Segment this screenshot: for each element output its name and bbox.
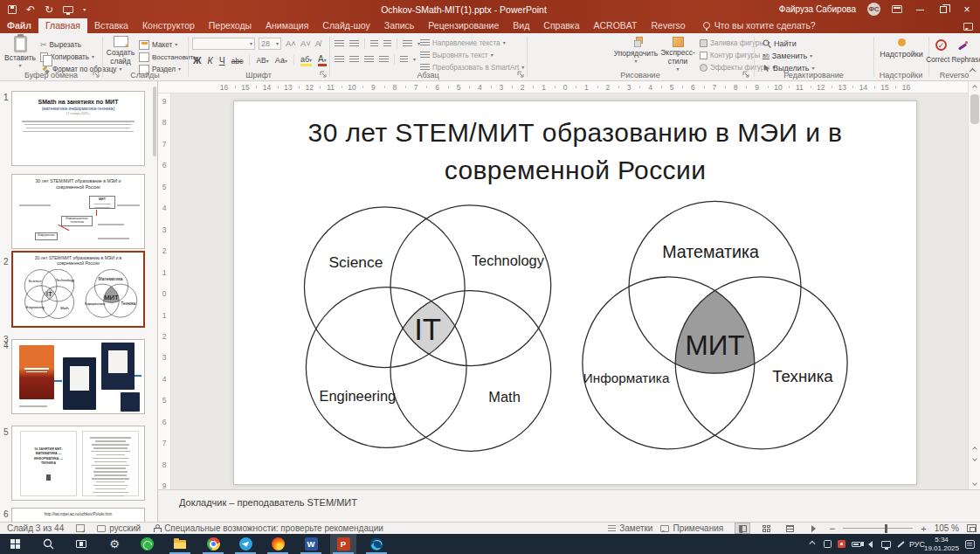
thumbnail-slide-5[interactable]: 16 ЗАНЯТИЙ МИТ: МАТЕМАТИКА — ИНФОРМАТИКА… (11, 426, 145, 501)
tray-recording-icon[interactable] (835, 534, 847, 554)
fit-slide-to-window-icon[interactable] (967, 524, 977, 532)
volume-icon[interactable] (863, 534, 877, 554)
file-explorer-button[interactable] (167, 534, 193, 554)
reading-view-button[interactable] (782, 523, 797, 534)
slide[interactable]: 30 лет STEM/МИТ образованию в МЭИ и в со… (233, 100, 917, 485)
thumbnail-slide-1[interactable]: SMath на занятиях по МИТ (математика-инф… (11, 91, 145, 166)
clear-format-button[interactable]: А̸ (315, 38, 321, 48)
replace-button[interactable]: ab Заменить▾ (763, 50, 812, 62)
tab-design[interactable]: Конструктор (135, 18, 202, 33)
word-app-button[interactable]: W (298, 534, 324, 554)
language-button[interactable]: русский (97, 523, 141, 533)
columns-icon[interactable] (400, 56, 408, 64)
next-slide-button[interactable] (970, 454, 980, 465)
settings-app-button[interactable]: ⚙ (101, 534, 128, 554)
bold-button[interactable]: Ж (193, 55, 202, 66)
tab-animations[interactable]: Анимация (259, 18, 315, 33)
align-right-icon[interactable] (364, 56, 374, 64)
font-dialog-launcher[interactable] (320, 71, 328, 79)
ribbon-display-options-icon[interactable] (892, 5, 902, 13)
tell-me-search[interactable]: Что вы хотите сделать? (703, 20, 816, 33)
thumbnail-slide-3-selected[interactable]: 30 лет STEM/МИТ образованию в МЭИ и всов… (11, 251, 145, 328)
tab-record[interactable]: Запись (377, 18, 421, 33)
font-size-combo[interactable]: 28▾ (259, 38, 281, 50)
thumbnail-scrollbar[interactable] (153, 87, 156, 156)
align-left-icon[interactable] (335, 56, 344, 64)
notes-pane[interactable]: Докладчик – преподаватель STEM/МИТ (158, 489, 980, 522)
align-text-button[interactable]: Выровнять текст▾ (420, 49, 493, 61)
text-direction-button[interactable]: Направление текста▾ (420, 37, 506, 49)
redo-icon[interactable]: ↻ (45, 4, 53, 15)
highlight-button[interactable]: аб▾ (300, 55, 312, 66)
tray-app-icon[interactable] (821, 534, 833, 554)
start-slideshow-icon[interactable] (63, 6, 73, 13)
telegram-app-button[interactable] (232, 534, 259, 554)
reverso-rephraser-icon[interactable] (956, 39, 968, 51)
slide-sorter-view-button[interactable] (758, 523, 774, 534)
horizontal-ruler[interactable]: 1615141312111098765432101234567891011121… (158, 81, 968, 93)
venn-diagram-stem[interactable]: Science Technology Engineering Math IT (303, 204, 557, 458)
zoom-slider[interactable] (843, 528, 913, 530)
clock[interactable]: 5:3419.01.2025 (922, 534, 961, 554)
comments-icon[interactable] (963, 23, 973, 31)
decrease-indent-icon[interactable] (370, 40, 378, 48)
collapse-ribbon-icon[interactable] (970, 61, 975, 77)
tab-transitions[interactable]: Переходы (202, 18, 259, 33)
zoom-slider-thumb[interactable] (885, 524, 887, 533)
taskbar-search-button[interactable] (35, 534, 61, 554)
paragraph-dialog-launcher[interactable] (517, 71, 525, 79)
undo-icon[interactable]: ↶ (26, 4, 35, 15)
firefox-app-button[interactable] (265, 534, 291, 554)
vertical-ruler[interactable]: 9876543210123456789 (158, 93, 171, 489)
zoom-in-button[interactable]: + (921, 523, 926, 534)
grow-font-button[interactable]: А˄ (286, 38, 296, 48)
tab-view[interactable]: Вид (506, 18, 536, 33)
numbering-icon[interactable] (349, 40, 359, 48)
font-color-button[interactable]: А▾ (318, 54, 327, 66)
arrange-button[interactable]: Упорядочить▾ (613, 37, 659, 64)
char-spacing-button[interactable]: АВ▾ (256, 56, 268, 65)
slide-canvas[interactable]: 30 лет STEM/МИТ образованию в МЭИ и в со… (171, 93, 968, 489)
new-slide-button[interactable]: Создать слайд▾ (105, 36, 136, 72)
tab-slideshow[interactable]: Слайд-шоу (315, 18, 376, 33)
comments-toggle[interactable]: Примечания (660, 523, 723, 533)
pen-input-icon[interactable] (894, 534, 907, 554)
tab-insert[interactable]: Вставка (87, 18, 135, 33)
layout-button[interactable]: Макет▾ (139, 38, 177, 51)
powerpoint-app-button[interactable]: P (330, 534, 356, 554)
cut-button[interactable]: ✂ Вырезать (40, 38, 81, 51)
thumbnail-slide-2[interactable]: 30 лет STEM/МИТ образование в МЭИ исовре… (11, 174, 145, 249)
change-case-button[interactable]: Аа▾ (275, 56, 287, 65)
notes-text[interactable]: Докладчик – преподаватель STEM/МИТ (179, 497, 357, 508)
slide-title[interactable]: 30 лет STEM/МИТ образованию в МЭИ и в со… (260, 114, 890, 189)
start-button[interactable] (2, 534, 28, 554)
accessibility-checker[interactable]: Специальные возможности: проверьте реком… (153, 523, 383, 533)
minimize-button[interactable] (914, 3, 926, 16)
spellcheck-button[interactable] (76, 524, 85, 532)
find-button[interactable]: Найти (763, 38, 797, 50)
zoom-level[interactable]: 105 % (935, 523, 959, 533)
copy-button[interactable]: Копировать▾ (40, 51, 94, 63)
drawing-dialog-launcher[interactable] (742, 71, 750, 79)
network-display-icon[interactable] (879, 534, 893, 554)
scroll-up-icon[interactable] (970, 82, 980, 93)
bullets-icon[interactable] (335, 40, 344, 48)
slide-counter[interactable]: Слайд 3 из 44 (7, 523, 64, 533)
normal-view-button[interactable] (735, 523, 750, 534)
reverso-correct-icon[interactable]: ✓ (935, 39, 947, 51)
underline-button[interactable]: Ч (219, 55, 225, 66)
user-name[interactable]: Файруза Сабирова (779, 4, 856, 14)
shrink-font-button[interactable]: А˅ (300, 38, 311, 48)
avatar[interactable]: ФС (867, 3, 880, 16)
line-spacing-icon[interactable] (403, 40, 412, 48)
justify-icon[interactable] (379, 56, 389, 64)
whatsapp-app-button[interactable] (134, 534, 160, 554)
slideshow-view-button[interactable] (805, 523, 821, 534)
tab-reverso[interactable]: Reverso (645, 18, 693, 33)
tab-home[interactable]: Главная (38, 18, 87, 33)
strikethrough-button[interactable]: abc (231, 55, 244, 66)
action-center-icon[interactable] (963, 534, 977, 554)
edge-app-button[interactable] (363, 534, 390, 554)
zoom-out-button[interactable]: − (829, 523, 835, 535)
thumbnail-slide-4[interactable] (11, 339, 145, 414)
